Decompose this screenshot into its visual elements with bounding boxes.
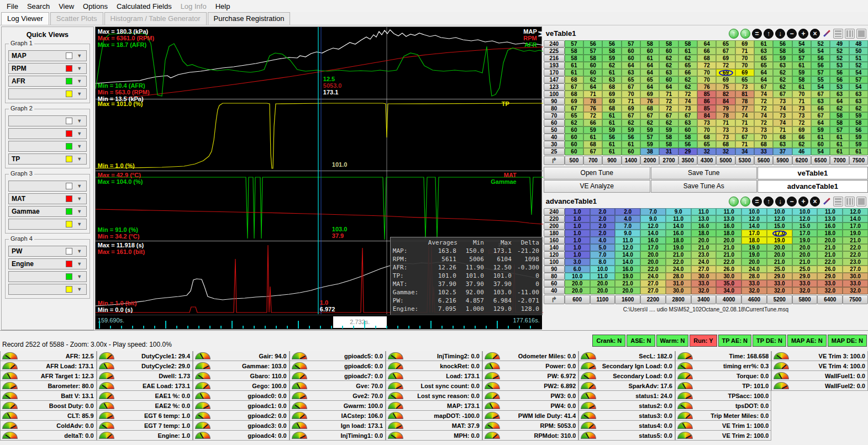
ve-table-cell[interactable]: 59 [811, 126, 830, 134]
advance-table-cell[interactable]: 16.0 [666, 230, 691, 237]
ve-table-cell[interactable]: 54 [811, 148, 830, 155]
advance-table-cell[interactable]: 32.0 [767, 287, 792, 294]
advance-table-cell[interactable]: 14.0 [615, 251, 640, 258]
ve-table-cell[interactable]: 68 [602, 105, 621, 112]
ve-table-cell[interactable]: 86 [697, 98, 716, 105]
ve-table-cell[interactable]: 57 [583, 47, 602, 55]
advance-table-y-axis-cell[interactable]: 220 [544, 215, 565, 223]
advance-table-x-axis-cell[interactable]: 2200 [640, 295, 666, 304]
ve-table-cell[interactable]: 69 [716, 55, 735, 62]
field-selector[interactable]: ▼ [8, 219, 87, 230]
ve-table-x-axis-cell[interactable]: 4300 [697, 156, 716, 165]
ve-table-cell[interactable]: 60 [622, 55, 640, 62]
advance-table-cell[interactable]: 21.0 [716, 244, 741, 251]
ve-table-cell[interactable]: 31 [659, 148, 678, 155]
ve-table-cell[interactable]: 69 [735, 40, 754, 47]
advance-table-cell[interactable]: 20.0 [741, 258, 767, 266]
advance-table-cell[interactable]: 21.0 [767, 258, 792, 266]
ve-table-cell[interactable]: 63 [849, 98, 868, 105]
ve-table-cell[interactable]: 62 [659, 55, 678, 62]
advance-table-cell[interactable]: 19.0 [767, 237, 792, 244]
advance-table-cell[interactable]: 24.0 [691, 258, 717, 266]
ve-table-cell[interactable]: 69 [735, 69, 754, 76]
ve-table-cell[interactable]: 34 [735, 148, 754, 155]
advance-table-cell[interactable]: 1.0 [565, 215, 590, 223]
ve-table-cell[interactable]: 63 [849, 91, 868, 98]
ve-table-cell[interactable]: 32 [697, 148, 716, 155]
ve-table-cell[interactable]: 73 [773, 98, 792, 105]
advance-table-cell[interactable]: 17.0 [741, 230, 767, 237]
ve-table-cell[interactable]: 68 [716, 141, 735, 148]
advance-table-cell[interactable]: 1.0 [565, 208, 590, 215]
advance-table-cell[interactable]: 21.0 [817, 244, 843, 251]
ve-table-cell[interactable]: 61 [602, 119, 621, 126]
ve-table-cell[interactable]: 59 [773, 55, 792, 62]
advance-table-y-axis-cell[interactable]: 100 [544, 258, 565, 266]
ve-table-cell[interactable]: 62 [583, 76, 602, 83]
increment-icon[interactable]: ↑ [764, 197, 774, 206]
advance-table-cell[interactable]: 24.0 [741, 266, 767, 273]
ve-table-cell[interactable]: 68 [640, 105, 659, 112]
menu-help[interactable]: Help [211, 1, 235, 12]
ve-table-y-axis-cell[interactable]: 80 [544, 105, 565, 112]
ve-table-cell[interactable]: 74 [735, 112, 754, 119]
ve-table-cell[interactable]: 79 [716, 105, 735, 112]
ve-table-cell[interactable]: 68 [754, 141, 773, 148]
ve-table-cell[interactable]: 59 [640, 141, 659, 148]
ve-table-cell[interactable]: 73 [678, 105, 697, 112]
ve-table-cell[interactable]: 76 [697, 83, 716, 91]
advance-table-y-axis-cell[interactable]: 160 [544, 237, 565, 244]
advance-table-cell[interactable]: 33.0 [767, 280, 792, 287]
set-equal-icon[interactable]: = [752, 197, 762, 206]
ve-table-cell[interactable]: 61 [622, 141, 640, 148]
ve-table-cell[interactable]: 68 [697, 55, 716, 62]
advance-table-cell[interactable]: 30.0 [843, 273, 868, 280]
ve-table-cell[interactable]: 61 [602, 69, 621, 76]
ve-table-cell[interactable]: 72 [583, 112, 602, 119]
advance-table-cell[interactable]: 2.0 [590, 230, 616, 237]
ve-table-cell[interactable]: 74 [754, 112, 773, 119]
field-selector[interactable]: ▼ [8, 115, 87, 126]
advance-table-cell[interactable]: 20.0 [817, 237, 843, 244]
ve-table-cell[interactable]: 64 [754, 76, 773, 83]
ve-table-cell[interactable]: 57 [849, 76, 868, 83]
advance-table-cell[interactable]: 10.0 [741, 208, 767, 215]
ve-table-y-axis-cell[interactable]: 30 [544, 141, 565, 148]
ve-table-cell[interactable]: 62 [678, 83, 697, 91]
ve-table-cell[interactable]: 73 [773, 112, 792, 119]
ve-table-x-axis-cell[interactable]: 500 [565, 156, 583, 165]
chevron-down-icon[interactable]: ▼ [74, 221, 85, 227]
chevron-down-icon[interactable]: ▼ [74, 91, 85, 97]
advance-table-cell[interactable]: 20.0 [615, 287, 640, 294]
advance-table-cell[interactable]: 24.0 [640, 273, 666, 280]
ve-table-cell[interactable]: 71 [792, 98, 811, 105]
field-selector[interactable]: Engine▼ [8, 258, 87, 269]
advance-table-cell[interactable]: 17.0 [640, 244, 666, 251]
advance-table-cell[interactable]: 20.0 [565, 287, 590, 294]
tab-log-viewer[interactable]: Log Viewer [1, 12, 49, 25]
advance-table-cell[interactable]: 11.0 [691, 208, 717, 215]
advance-table-cell[interactable]: 22.0 [666, 258, 691, 266]
ve-table-cell[interactable]: 29 [678, 148, 697, 155]
advance-table-cell[interactable]: 30.0 [666, 287, 691, 294]
advance-table-cell[interactable]: 20.0 [640, 251, 666, 258]
chevron-down-icon[interactable]: ▼ [74, 118, 85, 124]
ve-table-cell[interactable]: 76 [640, 98, 659, 105]
ve-table-cell[interactable]: 63 [773, 141, 792, 148]
ve-table-y-axis-cell[interactable]: 225 [544, 47, 565, 55]
decrement-icon[interactable]: ↓ [775, 29, 785, 39]
advance-table-cell[interactable]: 25.0 [767, 266, 792, 273]
advance-table-cell[interactable]: 30.0 [716, 273, 741, 280]
advance-table-cell[interactable]: 20.0 [767, 244, 792, 251]
chevron-down-icon[interactable]: ▼ [74, 248, 85, 254]
ve-table-cell[interactable]: 60 [659, 76, 678, 83]
ve-table-cell[interactable]: 70 [735, 62, 754, 69]
ve-table-cell[interactable]: 73 [735, 83, 754, 91]
ve-table-cell[interactable]: 65 [565, 112, 583, 119]
advance-table-cell[interactable]: 18.0 [741, 237, 767, 244]
field-selector[interactable]: MAT▼ [8, 193, 87, 204]
advance-table-cell[interactable]: 20.0 [792, 251, 818, 258]
ve-table-cell[interactable]: 60 [622, 47, 640, 55]
ve-table-cell[interactable]: 67 [565, 105, 583, 112]
ve-table-cell[interactable]: 62 [773, 69, 792, 76]
